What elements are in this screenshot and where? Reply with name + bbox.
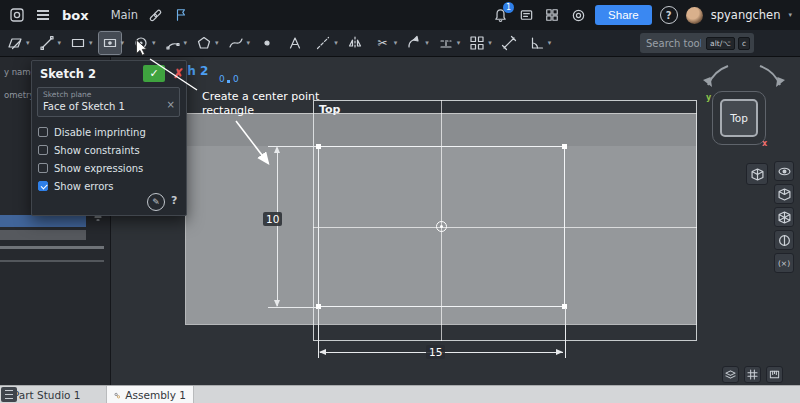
- checkbox-icon[interactable]: [38, 127, 48, 137]
- coordinate-zero-x[interactable]: 0: [219, 74, 225, 84]
- dimension-width-value[interactable]: 15: [426, 345, 445, 359]
- caret-down-icon[interactable]: ▾: [394, 40, 398, 47]
- dimension-height-value[interactable]: 10: [263, 212, 282, 226]
- construction-tool-icon[interactable]: [312, 32, 334, 54]
- search-tools-box[interactable]: alt/⌥ c: [640, 33, 754, 53]
- section-view-icon[interactable]: [774, 230, 794, 250]
- mirror-tool-icon[interactable]: [344, 32, 366, 54]
- caret-down-icon[interactable]: ▾: [89, 40, 93, 47]
- caret-down-icon[interactable]: ▾: [247, 40, 251, 47]
- caret-down-icon[interactable]: ▾: [457, 40, 461, 47]
- sketch-plane-field[interactable]: Sketch plane Face of Sketch 1 ×: [37, 87, 180, 117]
- trim-tool-icon[interactable]: ✂: [372, 32, 394, 54]
- document-tab-bar: Part Studio 1 Assembly 1: [0, 385, 800, 403]
- caret-down-icon[interactable]: ▾: [121, 40, 125, 47]
- tab-assembly[interactable]: Assembly 1: [106, 386, 194, 403]
- checkbox-row-show-constraints[interactable]: Show constraints: [38, 143, 140, 157]
- feature-bar[interactable]: [0, 230, 86, 240]
- spline-tool-icon[interactable]: [225, 32, 247, 54]
- caret-down-icon[interactable]: ▾: [58, 40, 62, 47]
- link-icon[interactable]: [146, 6, 164, 24]
- axis-y-label: y: [706, 93, 711, 102]
- dim-arrow-right: [556, 349, 563, 355]
- view-orientation-icon[interactable]: [746, 163, 768, 185]
- coordinate-zero-y[interactable]: 0: [233, 74, 239, 84]
- search-tools-input[interactable]: [644, 37, 703, 50]
- caret-down-icon[interactable]: ▾: [425, 40, 429, 47]
- clear-selection-icon[interactable]: ×: [167, 99, 175, 110]
- viewcube-rotate-arrows[interactable]: [700, 61, 788, 89]
- corner-rectangle-tool-icon[interactable]: [67, 32, 89, 54]
- viewcube[interactable]: Top: [720, 99, 758, 137]
- units-settings-icon[interactable]: [766, 366, 783, 383]
- axis-x-label: x: [762, 139, 767, 148]
- offset-tool-icon[interactable]: [435, 32, 457, 54]
- tab-part-studio[interactable]: Part Studio 1: [13, 389, 81, 401]
- branch-name[interactable]: Main: [111, 8, 138, 22]
- visual-style-icon[interactable]: [722, 366, 739, 383]
- vertex-point[interactable]: [316, 144, 321, 149]
- sketch-dialog[interactable]: Sketch 2 ✓ ✗ Sketch plane Face of Sketch…: [31, 60, 187, 216]
- measure-tool-icon[interactable]: [498, 32, 520, 54]
- user-menu-caret-icon[interactable]: ▾: [788, 12, 792, 19]
- linear-pattern-tool-icon[interactable]: [466, 32, 488, 54]
- center-point-rectangle-tool-icon[interactable]: [99, 32, 121, 54]
- help-icon[interactable]: ?: [660, 6, 678, 24]
- vertex-point[interactable]: [562, 144, 567, 149]
- user-avatar[interactable]: [686, 7, 703, 24]
- expressions-icon[interactable]: (×): [774, 253, 794, 273]
- tree-item-fragment[interactable]: ometry: [4, 90, 35, 100]
- shortcut-key-alt: alt/⌥: [706, 37, 735, 50]
- transform-tool-icon[interactable]: [403, 32, 425, 54]
- shaded-view-icon[interactable]: [774, 184, 794, 204]
- onshape-logo[interactable]: [8, 6, 26, 24]
- cancel-button[interactable]: ✗: [171, 65, 186, 82]
- caret-down-icon[interactable]: ▾: [184, 40, 188, 47]
- annotation-text: Create a center point rectangle: [202, 90, 324, 118]
- caret-down-icon[interactable]: ▾: [548, 40, 552, 47]
- caret-down-icon[interactable]: ▾: [26, 40, 30, 47]
- caret-down-icon[interactable]: ▾: [488, 40, 492, 47]
- dim-arrow-up: [274, 146, 280, 153]
- caret-down-icon[interactable]: ▾: [215, 40, 219, 47]
- learning-center-icon[interactable]: [569, 6, 587, 24]
- circle-tool-icon[interactable]: [130, 32, 152, 54]
- checkbox-label: Show errors: [54, 181, 114, 192]
- sketch-toolbar: ▾ ▾ ▾ ▾ ▾ ▾ ▾ ▾ ▾ ✂ ▾ ▾: [0, 30, 800, 57]
- dialog-help-icon[interactable]: ?: [171, 194, 177, 207]
- checkbox-row-disable-imprinting[interactable]: Disable imprinting: [38, 125, 146, 139]
- tab-manager-button[interactable]: [1, 387, 17, 402]
- grid-settings-icon[interactable]: [744, 366, 761, 383]
- center-point-dot: [440, 225, 443, 228]
- arc-tool-icon[interactable]: [162, 32, 184, 54]
- checkbox-row-show-expressions[interactable]: Show expressions: [38, 161, 143, 175]
- document-title: box: [62, 8, 89, 23]
- caret-down-icon[interactable]: ▾: [334, 40, 338, 47]
- comments-icon[interactable]: [517, 6, 535, 24]
- point-tool-icon[interactable]: [256, 32, 278, 54]
- checkbox-row-show-errors[interactable]: Show errors: [38, 179, 114, 193]
- text-tool-icon[interactable]: [284, 32, 306, 54]
- apps-grid-icon[interactable]: [543, 6, 561, 24]
- checkbox-icon[interactable]: [38, 145, 48, 155]
- checkbox-icon[interactable]: [38, 163, 48, 173]
- edit-sketch-icon[interactable]: ✎: [147, 193, 165, 211]
- checkbox-icon[interactable]: [38, 181, 48, 191]
- line-tool-icon[interactable]: [36, 32, 58, 54]
- confirm-button[interactable]: ✓: [143, 65, 165, 82]
- share-button[interactable]: Share: [595, 5, 652, 25]
- dim-line-vertical: [277, 148, 278, 306]
- wireframe-view-icon[interactable]: [774, 207, 794, 227]
- angle-tool-icon[interactable]: [526, 32, 548, 54]
- caret-down-icon[interactable]: ▾: [152, 40, 156, 47]
- checkbox-label: Disable imprinting: [54, 127, 146, 138]
- versions-flag-icon[interactable]: [172, 6, 190, 24]
- notifications-bell-icon[interactable]: 1: [491, 6, 509, 24]
- polygon-tool-icon[interactable]: [193, 32, 215, 54]
- display-options-icon[interactable]: [774, 161, 794, 181]
- sketch-tool-icon[interactable]: [4, 32, 26, 54]
- assembly-icon: [114, 390, 120, 401]
- selected-feature-bar[interactable]: [0, 215, 86, 227]
- main-menu-icon[interactable]: [34, 6, 52, 24]
- viewcube-face-label: Top: [730, 112, 748, 124]
